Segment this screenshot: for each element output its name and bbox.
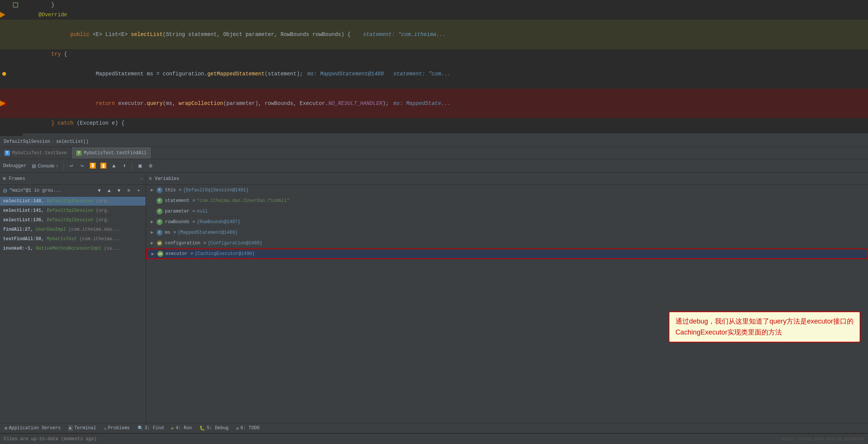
force-step-into-button[interactable]: ⏬ — [88, 161, 97, 170]
line-gutter — [0, 2, 23, 8]
frame-item[interactable]: findAll:27, UserDaoImpl (com.itheima.dao… — [0, 225, 146, 235]
frame-class: UserDaoImpl — [36, 227, 68, 232]
var-item-rowbounds[interactable]: ▶ P rowBounds = {RowBounds@1487} — [146, 217, 868, 227]
breadcrumb-method: selectList() — [56, 139, 89, 144]
thread-icon: ⚙ — [3, 186, 7, 195]
var-equals: = — [179, 188, 182, 193]
var-value-executor: {CachingExecutor@1490} — [195, 251, 255, 256]
frame-pkg: (org. — [96, 208, 110, 213]
frame-class: MybatisTest — [47, 236, 79, 242]
annotation-text-2: CachingExecutor实现类里面的方法 — [675, 327, 854, 338]
frame-item[interactable]: selectList:148, DefaultSqlSession (org..… — [0, 197, 146, 206]
add-frame-button[interactable]: + — [135, 187, 143, 194]
frames-button[interactable]: ▣ — [135, 161, 144, 170]
url-display: https://blog.csdn.net/qq_42350785 — [782, 437, 864, 441]
code-content: } — [23, 0, 868, 10]
bottom-tab-problems[interactable]: ⚠ Problems — [102, 425, 132, 431]
var-name-executor: executor — [166, 251, 188, 256]
frame-item[interactable]: testFindAll:50, MybatisTest (com.itheima… — [0, 235, 146, 244]
filter-button[interactable]: ≡ — [125, 187, 133, 194]
svg-text:CF: CF — [158, 242, 161, 245]
bottom-tab-todo[interactable]: ✉ 6: TODO — [235, 425, 261, 431]
expand-arrow[interactable]: ▶ — [149, 230, 155, 236]
expand-arrow[interactable]: ▶ — [149, 187, 155, 193]
var-name-parameter: parameter — [165, 209, 190, 214]
debug-label: 5: Debug — [207, 425, 229, 431]
step-into-button[interactable]: ↪ — [77, 161, 86, 170]
var-item-this[interactable]: ▶ E this = {DefaultSqlSession@1481} — [146, 185, 868, 195]
bottom-tab-app-servers[interactable]: ⚙ Application Servers — [3, 425, 62, 431]
expand-arrow[interactable]: ▶ — [149, 240, 155, 246]
frames-panel: ⊞ Frames → ⚙ "main"@1 in grou... ▼ ▲ ▼ ≡… — [0, 173, 146, 423]
toolbar-separator-2 — [132, 162, 132, 170]
bottom-tab-run[interactable]: ▶ 4: Run — [170, 425, 193, 431]
code-line: @Override — [0, 10, 868, 20]
code-line: public <E> List<E> selectList(String sta… — [0, 20, 868, 49]
bottom-tab-debug[interactable]: 🐛 5: Debug — [198, 425, 230, 431]
debugger-toolbar: Debugger ▤ Console ↑ ↩ ↪ ⏬ ⏫ ▲ ⬆ ▣ ⚙ — [0, 159, 868, 173]
terminal-label: Terminal — [74, 425, 96, 431]
terminal-icon: ▶ — [68, 425, 73, 431]
var-value-statement: "com.itheima.dao.IUserDao.findAll" — [197, 198, 290, 203]
todo-icon: ✉ — [236, 425, 239, 431]
var-icon-statement: P — [157, 198, 163, 204]
settings-button[interactable]: ⚙ — [146, 161, 155, 170]
var-name-statement: statement — [165, 198, 190, 203]
frame-item[interactable]: selectList:141, DefaultSqlSession (org. — [0, 206, 146, 216]
console-arrow: ↑ — [56, 163, 58, 169]
breadcrumb-bar: DefaultSqlSession › selectList() — [0, 136, 868, 147]
var-item-ms[interactable]: ▶ E ms = {MappedStatement@1488} — [146, 227, 868, 238]
var-icon-parameter: P — [157, 208, 163, 214]
frame-pkg: (org. — [96, 217, 110, 223]
var-value-this: {DefaultSqlSession@1481} — [183, 188, 249, 193]
var-item-parameter[interactable]: ▶ P parameter = null — [146, 206, 868, 217]
thread-dropdown[interactable]: ▼ — [96, 187, 103, 194]
var-equals: = — [191, 251, 193, 256]
frame-method: selectList:136, — [3, 217, 47, 223]
tab-icon-findall: T — [76, 150, 81, 156]
todo-label: 6: TODO — [240, 425, 259, 431]
variables-icon: ≡ — [149, 176, 152, 181]
tab-test-findall[interactable]: T MybatisTest.testFindAll — [72, 147, 152, 159]
frame-method: selectList:148, — [3, 199, 47, 204]
breadcrumb-sep: › — [52, 139, 54, 144]
toolbar-separator — [63, 162, 64, 170]
bottom-tab-terminal[interactable]: ▶ Terminal — [67, 425, 98, 431]
var-name-ms: ms — [165, 230, 170, 235]
annotation-text-1: 通过debug，我们从这里知道了query方法是executor接口的 — [675, 316, 854, 327]
var-equals: = — [173, 230, 176, 235]
expand-arrow[interactable]: ▶ — [150, 251, 156, 257]
code-editor: } @Override public <E> List<E> selectLis… — [0, 0, 868, 136]
frame-item[interactable]: selectList:136, DefaultSqlSession (org. — [0, 216, 146, 225]
problems-icon: ⚠ — [104, 425, 107, 431]
variables-title: Variables — [155, 176, 179, 181]
variables-list: ▶ E this = {DefaultSqlSession@1481} ▶ P … — [146, 185, 868, 304]
tab-test-save[interactable]: T MybatisTest.testSave — [0, 147, 72, 159]
frame-up-button[interactable]: ▲ — [105, 187, 113, 194]
find-label: 3: Find — [145, 425, 164, 431]
variables-panel-header: ≡ Variables — [146, 173, 868, 185]
var-item-statement[interactable]: ▶ P statement = "com.itheima.dao.IUserDa… — [146, 195, 868, 206]
console-button[interactable]: ▤ Console ↑ — [30, 161, 60, 170]
var-item-configuration[interactable]: ▶ CF configuration = {Configuration@1489… — [146, 238, 868, 249]
frame-item[interactable]: invoke0:-1, NativeMethodAccessorImpl (su… — [0, 244, 146, 253]
var-name-configuration: configuration — [165, 241, 201, 246]
expand-arrow[interactable]: ▶ — [149, 219, 155, 225]
code-content: } catch (Exception e) { — [23, 118, 868, 128]
annotation-popup: 通过debug，我们从这里知道了query方法是executor接口的 Cach… — [669, 311, 860, 342]
var-item-executor[interactable]: ▶ CF executor = {CachingExecutor@1490} — [146, 249, 868, 259]
status-bar: Files are up-to-date (moments ago) https… — [0, 433, 868, 444]
run-cursor-button[interactable]: ▲ — [109, 161, 118, 170]
bottom-tab-find[interactable]: 🔍 3: Find — [136, 425, 165, 431]
console-icon: ▤ — [32, 163, 36, 169]
step-over-button[interactable]: ↩ — [67, 161, 76, 170]
var-value-ms: {MappedStatement@1488} — [178, 230, 238, 235]
var-value-configuration: {Configuration@1489} — [208, 241, 262, 246]
var-value-rowbounds: {RowBounds@1487} — [197, 219, 240, 225]
problems-label: Problems — [108, 425, 130, 431]
frame-down-button[interactable]: ▼ — [115, 187, 123, 194]
var-equals: = — [204, 241, 206, 246]
step-out-button[interactable]: ⏫ — [99, 161, 108, 170]
thread-selector[interactable]: ⚙ "main"@1 in grou... ▼ ▲ ▼ ≡ + — [0, 185, 146, 197]
evaluate-button[interactable]: ⬆ — [120, 161, 129, 170]
